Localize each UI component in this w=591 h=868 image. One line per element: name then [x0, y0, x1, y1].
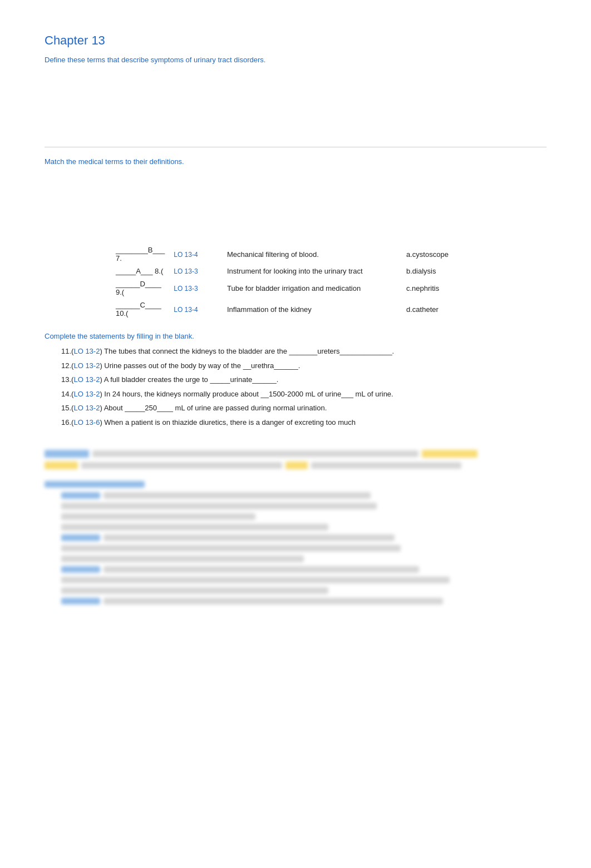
section3-instruction: Complete the statements by filling in th… [45, 332, 546, 340]
lo-link[interactable]: LO 13-2 [73, 347, 100, 355]
match-option: c.nephritis [390, 277, 456, 299]
match-answer: ______C____ 10.( [111, 299, 169, 320]
match-answer: _____A___ 8.( [111, 265, 169, 277]
match-lo[interactable]: LO 13-4 [169, 244, 223, 265]
match-table-wrapper: ________B___ 7. LO 13-4 Mechanical filte… [111, 244, 546, 320]
match-description: Inflammation of the kidney [223, 299, 390, 320]
match-answer: ______D____ 9.( [111, 277, 169, 299]
complete-item: 12.(LO 13-2) Urine passes out of the bod… [61, 360, 546, 371]
match-option: b.dialysis [390, 265, 456, 277]
item-number: 13. [61, 375, 71, 384]
lo-link[interactable]: LO 13-2 [73, 390, 100, 398]
complete-item: 16.(LO 13-6) When a patient is on thiazi… [61, 417, 546, 428]
match-option: d.catheter [390, 299, 456, 320]
item-number: 11. [61, 347, 71, 355]
match-lo[interactable]: LO 13-3 [169, 265, 223, 277]
match-row: _____A___ 8.( LO 13-3 Instrument for loo… [111, 265, 456, 277]
item-number: 12. [61, 361, 71, 370]
complete-item: 14.(LO 13-2) In 24 hours, the kidneys no… [61, 389, 546, 400]
match-description: Instrument for looking into the urinary … [223, 265, 390, 277]
match-description: Mechanical filtering of blood. [223, 244, 390, 265]
lo-link[interactable]: LO 13-2 [73, 404, 100, 412]
match-lo[interactable]: LO 13-3 [169, 277, 223, 299]
match-option: a.cystoscope [390, 244, 456, 265]
match-blank-area [45, 171, 546, 238]
section2-instruction: Match the medical terms to their definit… [45, 157, 546, 166]
lo-link[interactable]: LO 13-6 [73, 418, 100, 426]
match-table: ________B___ 7. LO 13-4 Mechanical filte… [111, 244, 456, 320]
item-number: 15. [61, 404, 71, 412]
complete-item: 11.(LO 13-2) The tubes that connect the … [61, 346, 546, 357]
match-section: Match the medical terms to their definit… [45, 157, 546, 320]
lo-link[interactable]: LO 13-2 [73, 375, 100, 384]
match-answer: ________B___ 7. [111, 244, 169, 265]
match-lo[interactable]: LO 13-4 [169, 299, 223, 320]
match-description: Tube for bladder irrigation and medicati… [223, 277, 390, 299]
complete-items-list: 11.(LO 13-2) The tubes that connect the … [61, 346, 546, 428]
complete-section: Complete the statements by filling in th… [45, 332, 546, 428]
section1-blank-area [45, 70, 546, 147]
section1-instruction: Define these terms that describe symptom… [45, 56, 546, 64]
match-row: ______D____ 9.( LO 13-3 Tube for bladder… [111, 277, 456, 299]
item-number: 14. [61, 390, 71, 398]
match-row: ______C____ 10.( LO 13-4 Inflammation of… [111, 299, 456, 320]
complete-item: 15.(LO 13-2) About _____250____ mL of ur… [61, 403, 546, 414]
match-row: ________B___ 7. LO 13-4 Mechanical filte… [111, 244, 456, 265]
lo-link[interactable]: LO 13-2 [73, 361, 100, 370]
blurred-section [45, 450, 546, 604]
chapter-title: Chapter 13 [45, 33, 546, 48]
item-number: 16. [61, 418, 71, 426]
complete-item: 13.(LO 13-2) A full bladder creates the … [61, 374, 546, 385]
